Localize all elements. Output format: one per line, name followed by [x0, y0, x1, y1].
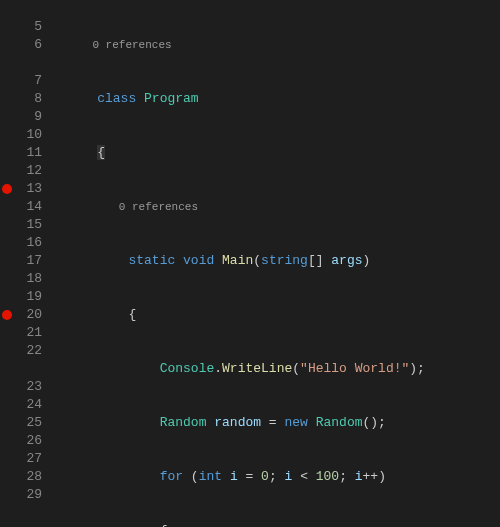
code-line[interactable]: static void Main(string[] args) [66, 252, 500, 270]
breakpoint-icon[interactable] [2, 184, 12, 194]
line-number: 12 [0, 162, 42, 180]
code-line[interactable]: { [66, 144, 500, 162]
keyword: void [175, 253, 214, 268]
class-name: Program [136, 91, 198, 106]
line-number: 28 [0, 468, 42, 486]
code-line[interactable]: class Program [66, 90, 500, 108]
punctuation: [] [308, 253, 324, 268]
line-number: 29 [0, 486, 42, 504]
parameter: args [331, 253, 362, 268]
line-number: 8 [0, 90, 42, 108]
line-number: 6 [0, 36, 42, 54]
line-number: 9 [0, 108, 42, 126]
variable: random [214, 415, 261, 430]
code-line[interactable]: Random random = new Random(); [66, 414, 500, 432]
line-number: 20 [0, 306, 42, 324]
variable: i [355, 469, 363, 484]
line-number: 17 [0, 252, 42, 270]
punctuation: (); [363, 415, 386, 430]
line-number: 14 [0, 198, 42, 216]
operator: = [238, 469, 261, 484]
code-line[interactable]: { [66, 522, 500, 527]
codelens-gap [0, 0, 42, 18]
codelens-references[interactable]: 0 references [66, 36, 500, 54]
space [183, 469, 191, 484]
line-number: 24 [0, 396, 42, 414]
string-literal: "Hello World!" [300, 361, 409, 376]
line-number: 25 [0, 414, 42, 432]
keyword: new [284, 415, 307, 430]
punctuation: ; [339, 469, 355, 484]
class-name: Random [316, 415, 363, 430]
punctuation: ; [269, 469, 285, 484]
method-name: WriteLine [222, 361, 292, 376]
operator: < [292, 469, 315, 484]
type: int [199, 469, 222, 484]
line-number: 19 [0, 288, 42, 306]
code-area[interactable]: 0 references class Program { 0 reference… [60, 0, 500, 527]
keyword: static [128, 253, 175, 268]
punctuation: ); [409, 361, 425, 376]
breakpoint-icon[interactable] [2, 310, 12, 320]
brace-open: { [97, 145, 105, 160]
line-number: 11 [0, 144, 42, 162]
brace-open: { [160, 523, 168, 527]
keyword: for [160, 469, 183, 484]
punctuation: . [214, 361, 222, 376]
line-number: 16 [0, 234, 42, 252]
line-number: 23 [0, 378, 42, 396]
code-line[interactable]: { [66, 306, 500, 324]
variable: i [230, 469, 238, 484]
keyword: class [97, 91, 136, 106]
brace-open: { [128, 307, 136, 322]
space [222, 469, 230, 484]
codelens-gap [0, 54, 42, 72]
line-number: 7 [0, 72, 42, 90]
operator: ++ [363, 469, 379, 484]
method-name: Main [214, 253, 253, 268]
code-editor[interactable]: 5 6 7 8 9 10 11 12 13 14 15 16 17 18 19 … [0, 0, 500, 527]
punctuation: ) [378, 469, 386, 484]
number-literal: 100 [316, 469, 339, 484]
punctuation: ( [253, 253, 261, 268]
punctuation: ( [292, 361, 300, 376]
line-number: 22 [0, 342, 42, 360]
codelens-gap [0, 360, 42, 378]
punctuation: ) [363, 253, 371, 268]
codelens-references[interactable]: 0 references [66, 198, 500, 216]
line-number: 5 [0, 18, 42, 36]
number-literal: 0 [261, 469, 269, 484]
line-number-gutter[interactable]: 5 6 7 8 9 10 11 12 13 14 15 16 17 18 19 … [0, 0, 60, 527]
punctuation: ( [191, 469, 199, 484]
space [308, 415, 316, 430]
operator: = [261, 415, 284, 430]
line-number: 15 [0, 216, 42, 234]
line-number: 21 [0, 324, 42, 342]
code-line[interactable]: for (int i = 0; i < 100; i++) [66, 468, 500, 486]
type: string [261, 253, 308, 268]
line-number: 10 [0, 126, 42, 144]
class-name: Console [160, 361, 215, 376]
class-name: Random [160, 415, 207, 430]
line-number: 26 [0, 432, 42, 450]
line-number: 18 [0, 270, 42, 288]
line-number: 13 [0, 180, 42, 198]
code-line[interactable]: Console.WriteLine("Hello World!"); [66, 360, 500, 378]
line-number: 27 [0, 450, 42, 468]
